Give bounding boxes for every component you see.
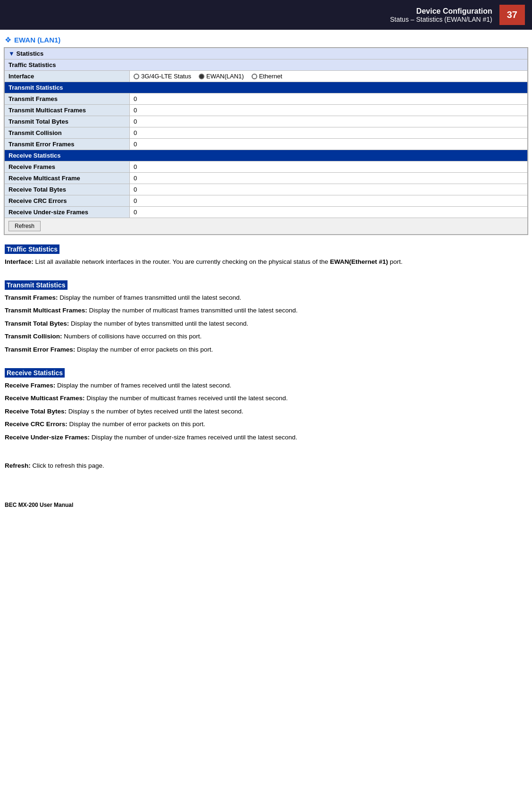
statistics-table: ▼ Statistics Traffic Statistics Interfac… <box>4 48 528 235</box>
receive-desc-text: Display the number of frames received un… <box>57 382 231 389</box>
radio-ewan-icon <box>199 74 204 79</box>
refresh-desc-para: Refresh: Click to refresh this page. <box>5 461 527 471</box>
interface-row: Interface 3G/4G-LTE Status EWAN(LAN1) <box>5 71 528 82</box>
receive-desc-text: Display the number of under-size frames … <box>92 434 297 441</box>
transmit-row: Transmit Error Frames 0 <box>5 139 528 150</box>
radio-3g4g-label: 3G/4G-LTE Status <box>141 73 191 80</box>
receive-desc-term: Receive Under-size Frames: <box>5 434 90 441</box>
transmit-statistics-desc-title: Transmit Statistics <box>5 280 68 290</box>
receive-row: Receive Frames 0 <box>5 161 528 173</box>
receive-row: Receive Multicast Frame 0 <box>5 173 528 184</box>
statistics-table-wrapper: ▼ Statistics Traffic Statistics Interfac… <box>4 47 528 235</box>
transmit-value: 0 <box>130 116 528 127</box>
transmit-desc-para: Transmit Total Bytes: Display the number… <box>5 319 527 329</box>
receive-row: Receive Total Bytes 0 <box>5 184 528 195</box>
transmit-desc-para: Transmit Multicast Frames: Display the n… <box>5 305 527 316</box>
transmit-desc-term: Transmit Frames: <box>5 294 58 301</box>
receive-desc-para: Receive Under-size Frames: Display the n… <box>5 432 527 443</box>
refresh-term: Refresh: <box>5 462 31 469</box>
statistics-label: Statistics <box>16 50 43 57</box>
radio-ethernet[interactable]: Ethernet <box>252 73 282 80</box>
refresh-desc-content: Click to refresh this page. <box>33 462 104 469</box>
refresh-desc-block: Refresh: Click to refresh this page. <box>5 461 527 471</box>
receive-statistics-label: Receive Statistics <box>5 150 528 161</box>
section-title: EWAN (LAN1) <box>14 36 60 44</box>
receive-desc-text: Display the number of error packets on t… <box>69 421 205 428</box>
transmit-statistics-desc-block: Transmit Frames: Display the number of f… <box>5 293 527 355</box>
transmit-label: Transmit Collision <box>5 127 130 139</box>
transmit-desc-text: Display the number of multicast frames t… <box>89 307 298 314</box>
receive-desc-para: Receive Frames: Display the number of fr… <box>5 380 527 391</box>
section-heading: ❖ EWAN (LAN1) <box>0 30 532 47</box>
receive-label: Receive Frames <box>5 161 130 173</box>
transmit-desc-term: Transmit Collision: <box>5 333 62 340</box>
interface-options: 3G/4G-LTE Status EWAN(LAN1) Ethernet <box>134 73 524 80</box>
transmit-statistics-desc-section: Transmit Statistics Transmit Frames: Dis… <box>0 276 532 355</box>
diamond-icon: ❖ <box>5 35 11 44</box>
transmit-desc-para: Transmit Error Frames: Display the numbe… <box>5 345 527 355</box>
traffic-statistics-label: Traffic Statistics <box>5 59 528 71</box>
transmit-statistics-header-row: Transmit Statistics <box>5 82 528 93</box>
receive-label: Receive Under-size Frames <box>5 207 130 218</box>
receive-value: 0 <box>130 184 528 195</box>
transmit-row: Transmit Multicast Frames 0 <box>5 105 528 116</box>
transmit-desc-text: Display the number of frames transmitted… <box>59 294 241 301</box>
receive-label: Receive CRC Errors <box>5 195 130 207</box>
traffic-statistics-desc-section: Traffic Statistics Interface: List all a… <box>0 240 532 267</box>
receive-statistics-desc-block: Receive Frames: Display the number of fr… <box>5 380 527 443</box>
transmit-value: 0 <box>130 139 528 150</box>
receive-desc-term: Receive Total Bytes: <box>5 408 67 415</box>
transmit-desc-text: Display the number of bytes transmitted … <box>71 320 248 327</box>
receive-value: 0 <box>130 207 528 218</box>
receive-desc-text: Display s the number of bytes received u… <box>68 408 244 415</box>
transmit-value: 0 <box>130 93 528 105</box>
traffic-statistics-header-row: Traffic Statistics <box>5 59 528 71</box>
transmit-label: Transmit Frames <box>5 93 130 105</box>
footer-text: BEC MX-200 User Manual <box>5 502 73 508</box>
receive-desc-term: Receive Multicast Frames: <box>5 395 85 402</box>
transmit-desc-para: Transmit Collision: Numbers of collision… <box>5 331 527 342</box>
interface-desc-term: Interface: <box>5 258 34 265</box>
receive-row: Receive CRC Errors 0 <box>5 195 528 207</box>
radio-3g4g-icon <box>134 74 139 79</box>
radio-ewan[interactable]: EWAN(LAN1) <box>199 73 244 80</box>
transmit-row: Transmit Total Bytes 0 <box>5 116 528 127</box>
interface-desc-para: Interface: List all available network in… <box>5 257 527 267</box>
receive-statistics-desc-section: Receive Statistics Receive Frames: Displ… <box>0 363 532 443</box>
transmit-desc-term: Transmit Error Frames: <box>5 346 75 353</box>
refresh-button[interactable]: Refresh <box>8 221 41 231</box>
receive-desc-term: Receive Frames: <box>5 382 55 389</box>
transmit-label: Transmit Error Frames <box>5 139 130 150</box>
header-title-line2: Status – Statistics (EWAN/LAN #1) <box>390 16 492 23</box>
radio-3g4g[interactable]: 3G/4G-LTE Status <box>134 73 191 80</box>
receive-desc-text: Display the number of multicast frames r… <box>86 395 287 402</box>
transmit-label: Transmit Total Bytes <box>5 116 130 127</box>
transmit-desc-para: Transmit Frames: Display the number of f… <box>5 293 527 303</box>
interface-bold-text: EWAN(Ethernet #1) <box>330 258 388 265</box>
receive-row: Receive Under-size Frames 0 <box>5 207 528 218</box>
receive-desc-para: Receive Multicast Frames: Display the nu… <box>5 393 527 404</box>
transmit-label: Transmit Multicast Frames <box>5 105 130 116</box>
transmit-desc-term: Transmit Multicast Frames: <box>5 307 87 314</box>
transmit-desc-term: Transmit Total Bytes: <box>5 320 69 327</box>
transmit-row: Transmit Collision 0 <box>5 127 528 139</box>
transmit-statistics-label: Transmit Statistics <box>5 82 528 93</box>
transmit-value: 0 <box>130 127 528 139</box>
receive-statistics-desc-title: Receive Statistics <box>5 368 65 378</box>
traffic-statistics-desc-block: Interface: List all available network in… <box>5 257 527 267</box>
transmit-desc-text: Numbers of collisions have occurred on t… <box>64 333 202 340</box>
interface-label: Interface <box>5 71 130 82</box>
receive-value: 0 <box>130 195 528 207</box>
receive-desc-para: Receive CRC Errors: Display the number o… <box>5 419 527 429</box>
page-header: Device Configuration Status – Statistics… <box>0 0 532 30</box>
statistics-header-row: ▼ Statistics <box>5 48 528 59</box>
traffic-statistics-desc-title: Traffic Statistics <box>5 244 59 254</box>
page-number: 37 <box>499 5 525 25</box>
interface-desc-text: List all available network interfaces in… <box>35 258 330 265</box>
interface-port-text: port. <box>390 258 403 265</box>
receive-desc-term: Receive CRC Errors: <box>5 421 68 428</box>
statistics-header-cell: ▼ Statistics <box>5 48 528 59</box>
radio-ewan-label: EWAN(LAN1) <box>206 73 244 80</box>
receive-statistics-header-row: Receive Statistics <box>5 150 528 161</box>
transmit-desc-text: Display the number of error packets on t… <box>77 346 213 353</box>
